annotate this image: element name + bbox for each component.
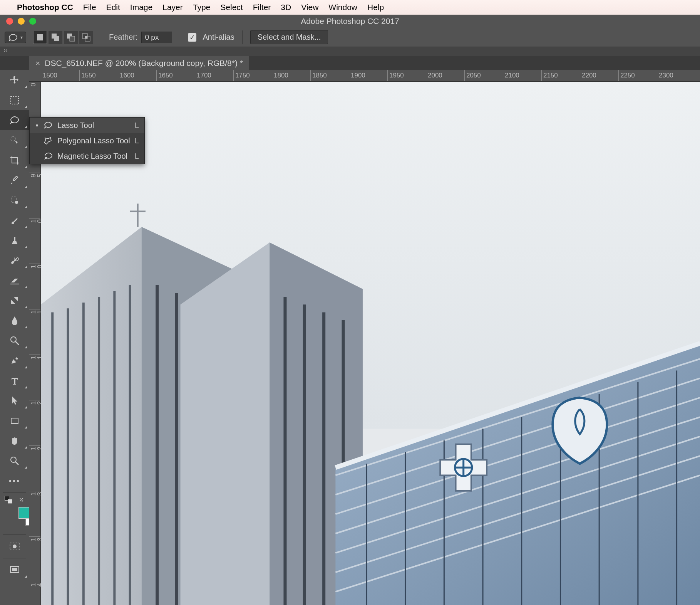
tab-close-icon[interactable]: × [35, 59, 40, 68]
ruler-tick: 1400 [29, 582, 40, 582]
history-brush-tool[interactable] [0, 250, 29, 271]
svg-rect-22 [12, 568, 17, 571]
ruler-tick: 1350 [29, 536, 40, 537]
svg-rect-7 [85, 36, 87, 39]
dodge-tool[interactable] [0, 331, 29, 351]
ruler-tick: 2050 [464, 70, 465, 81]
ruler-tick: 0 [29, 82, 40, 82]
horizontal-ruler[interactable]: 1500155016001650170017501800185019001950… [29, 70, 700, 82]
menu-select[interactable]: Select [220, 3, 243, 12]
flyout-item-label: Polygonal Lasso Tool [57, 136, 130, 145]
ruler-tick: 1850 [310, 70, 311, 81]
menu-3d[interactable]: 3D [281, 3, 291, 12]
window-minimize-button[interactable] [18, 18, 25, 25]
ruler-tick: 1500 [41, 70, 41, 81]
ruler-tick: 2150 [541, 70, 542, 81]
menu-image[interactable]: Image [130, 3, 152, 12]
lasso-tool[interactable] [0, 110, 29, 130]
menu-window[interactable]: Window [328, 3, 357, 12]
window-zoom-button[interactable] [29, 18, 36, 25]
workspace: •••⤭ 15001550160016501700175018001850190… [0, 70, 700, 605]
crop-tool[interactable] [0, 150, 29, 170]
gradient-tool[interactable] [0, 291, 29, 311]
panel-collapse-strip[interactable]: ›› [0, 47, 700, 56]
window-close-button[interactable] [6, 18, 13, 25]
hand-tool[interactable] [0, 431, 29, 451]
anti-alias-checkbox[interactable]: ✓ [188, 33, 196, 42]
current-tool-indicator[interactable]: ▾ [5, 32, 26, 43]
feather-label: Feather: [109, 33, 137, 42]
window-controls [0, 18, 36, 25]
separator [180, 30, 180, 44]
eraser-tool[interactable] [0, 271, 29, 291]
flyout-item-shortcut: L [135, 152, 139, 161]
pen-tool[interactable] [0, 351, 29, 371]
ruler-tick: 2000 [426, 70, 426, 81]
mac-menubar: Photoshop CC File Edit Image Layer Type … [0, 0, 700, 15]
document-tab[interactable]: × DSC_6510.NEF @ 200% (Background copy, … [29, 56, 249, 70]
quick-mask-button[interactable] [0, 536, 29, 556]
anti-alias-label: Anti-alias [203, 33, 234, 42]
svg-rect-16 [11, 418, 18, 424]
path-selection-tool[interactable] [0, 391, 29, 411]
lasso-variant-icon [44, 136, 53, 145]
ruler-tick: 1900 [349, 70, 349, 81]
zoom-tool[interactable] [0, 451, 29, 471]
ruler-tick: 1150 [29, 355, 40, 355]
selection-mode-add[interactable] [49, 31, 62, 44]
brush-tool[interactable] [0, 210, 29, 230]
lasso-variant-icon [44, 152, 53, 160]
flyout-item[interactable]: ▪Lasso ToolL [30, 118, 144, 133]
ruler-tick: 1800 [272, 70, 272, 81]
svg-point-14 [11, 337, 16, 342]
selection-mode-intersect[interactable] [79, 31, 93, 44]
separator [101, 30, 101, 44]
ruler-tick: 950 [29, 173, 40, 173]
selection-mode-new[interactable] [33, 31, 47, 44]
menu-edit[interactable]: Edit [106, 3, 120, 12]
feather-input[interactable] [141, 32, 172, 43]
screen-mode-button[interactable] [0, 560, 29, 580]
flyout-item-shortcut: L [135, 121, 139, 130]
selection-mode-subtract[interactable] [64, 31, 78, 44]
menu-view[interactable]: View [301, 3, 318, 12]
svg-rect-4 [70, 36, 75, 41]
svg-line-18 [15, 462, 18, 465]
edit-toolbar-button[interactable]: ••• [0, 471, 29, 491]
app-menu[interactable]: Photoshop CC [17, 3, 73, 12]
window-title: Adobe Photoshop CC 2017 [301, 17, 399, 26]
swap-colors-icon[interactable]: ⤭ [19, 496, 24, 503]
quick-selection-tool[interactable] [0, 130, 29, 150]
select-and-mask-button[interactable]: Select and Mask... [250, 30, 328, 44]
move-tool[interactable] [0, 70, 29, 90]
svg-point-20 [13, 544, 17, 548]
ruler-tick: 1750 [233, 70, 234, 81]
svg-point-66 [45, 157, 47, 159]
ruler-tick: 1000 [29, 218, 40, 218]
flyout-item[interactable]: Polygonal Lasso ToolL [30, 133, 144, 148]
ruler-tick: 1300 [29, 491, 40, 491]
menu-filter[interactable]: Filter [253, 3, 271, 12]
svg-point-17 [11, 457, 16, 462]
document-tab-title: DSC_6510.NEF @ 200% (Background copy, RG… [45, 59, 243, 68]
ruler-tick: 2250 [618, 70, 619, 81]
blur-tool[interactable] [0, 311, 29, 331]
menu-layer[interactable]: Layer [162, 3, 183, 12]
menu-help[interactable]: Help [367, 3, 384, 12]
selection-mode-group [33, 31, 93, 44]
flyout-item[interactable]: Magnetic Lasso ToolL [30, 148, 144, 164]
rectangle-tool[interactable] [0, 411, 29, 431]
menu-type[interactable]: Type [193, 3, 211, 12]
chevron-down-icon: ▾ [20, 35, 23, 40]
spot-healing-brush-tool[interactable] [0, 190, 29, 210]
eyedropper-tool[interactable] [0, 170, 29, 190]
type-tool[interactable] [0, 371, 29, 391]
default-colors-icon[interactable] [8, 499, 12, 504]
menu-file[interactable]: File [83, 3, 96, 12]
lasso-variant-icon [44, 121, 53, 129]
clone-stamp-tool[interactable] [0, 230, 29, 250]
flyout-item-shortcut: L [135, 136, 139, 145]
document-tabs: × DSC_6510.NEF @ 200% (Background copy, … [0, 56, 700, 70]
rectangular-marquee-tool[interactable] [0, 90, 29, 110]
ruler-tick: 2200 [580, 70, 580, 81]
